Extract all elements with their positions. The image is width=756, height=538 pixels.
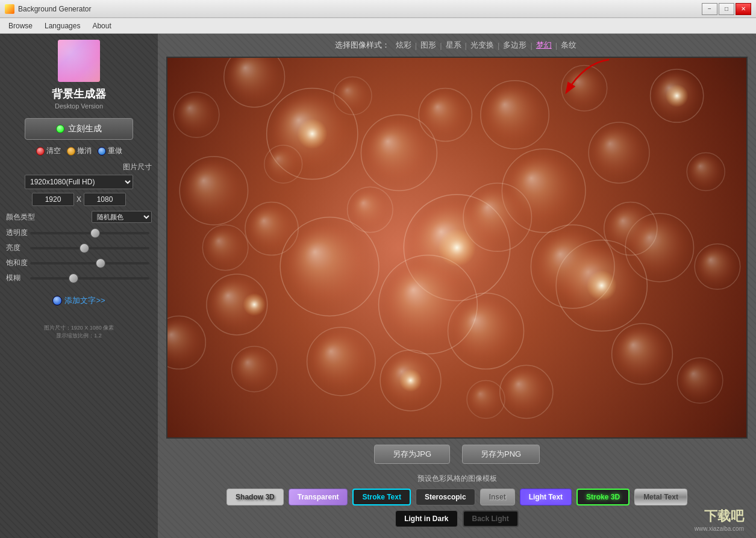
undo-icon [67,147,75,155]
templates-section: 预设色彩风格的图像模板 Shadow 3D Transparent Stroke… [166,470,748,532]
size-section-label: 图片尺寸 [6,162,152,172]
add-text-label: 添加文字>> [64,295,105,306]
generate-button[interactable]: 立刻生成 [25,118,133,140]
redo-icon [98,147,106,155]
close-button[interactable]: ✕ [736,3,751,15]
template-light-text[interactable]: Light Text [520,489,572,505]
app-logo-inner [58,40,100,82]
app-logo [58,40,100,82]
undo-label: 撤消 [77,146,92,156]
template-steroscopic[interactable]: Steroscopic [416,489,475,505]
menu-bar: Browse Languages About [0,18,756,34]
menu-about[interactable]: About [86,19,117,33]
menu-browse[interactable]: Browse [2,19,39,33]
save-png-button[interactable]: 另存为PNG [462,445,540,464]
height-input[interactable] [84,193,126,206]
brightness-slider[interactable] [30,247,149,249]
add-text-button[interactable]: 添加文字>> [52,295,105,306]
transparency-row: 透明度 [6,228,152,238]
main-layout: 背景生成器 Desktop Version 立刻生成 清空 撤消 重做 图片尺寸… [0,34,756,538]
templates-row-2: Light in Dark Back Light [166,510,748,527]
save-jpg-button[interactable]: 另存为JPG [374,445,450,464]
templates-label: 预设色彩风格的图像模板 [166,474,748,484]
main-content: 选择图像样式： 炫彩 | 图形 | 星系 | 光变换 | 多边形 | 梦幻 | … [158,34,756,538]
template-stroke3d[interactable]: Stroke 3D [576,489,629,505]
maximize-button[interactable]: □ [719,3,734,15]
template-backlight[interactable]: Back Light [463,510,519,527]
redo-action[interactable]: 重做 [98,146,122,156]
saturation-slider[interactable] [30,262,149,264]
title-bar: Background Generator − □ ✕ [0,0,756,18]
style-option-guangbianhuan[interactable]: 光变换 [468,40,496,51]
blur-label: 模糊 [6,273,28,283]
size-preset-select[interactable]: 1920x1080(Full HD) 1280x720(HD) 3840x216… [25,175,133,189]
color-type-label: 颜色类型 [6,212,35,222]
blur-row: 模糊 [6,273,152,283]
brightness-label: 亮度 [6,243,28,253]
menu-languages[interactable]: Languages [39,19,86,33]
sidebar-footer: 图片尺寸：1920 X 1080 像素 显示缩放比例：1.2 [44,324,114,339]
template-light-in-dark[interactable]: Light in Dark [395,510,457,527]
sidebar: 背景生成器 Desktop Version 立刻生成 清空 撤消 重做 图片尺寸… [0,34,158,538]
style-option-xuancai[interactable]: 炫彩 [393,40,414,51]
undo-action[interactable]: 撤消 [67,146,92,156]
x-separator: X [77,195,81,204]
save-buttons: 另存为JPG 另存为PNG [166,445,748,464]
window-title: Background Generator [18,5,702,13]
window-controls: − □ ✕ [702,3,751,15]
app-title: 背景生成器 [52,87,106,101]
app-subtitle: Desktop Version [55,102,103,110]
template-metal[interactable]: Metal Text [634,489,687,505]
style-selector-label: 选择图像样式： [335,40,390,51]
template-stroke[interactable]: Stroke Text [352,489,410,505]
footer-size: 图片尺寸：1920 X 1080 像素 [44,324,114,332]
generate-icon [56,125,64,133]
transparency-slider[interactable] [30,232,149,234]
preview-canvas [167,58,746,437]
clear-action[interactable]: 清空 [36,146,61,156]
app-icon [5,4,14,14]
action-row: 清空 撤消 重做 [36,146,122,156]
brightness-row: 亮度 [6,243,152,253]
transparency-label: 透明度 [6,228,28,238]
style-option-tiaowen[interactable]: 条纹 [558,40,579,51]
footer-scale: 显示缩放比例：1.2 [44,332,114,340]
style-option-duobianxing[interactable]: 多边形 [501,40,529,51]
saturation-label: 饱和度 [6,258,28,268]
generate-label: 立刻生成 [68,124,102,134]
watermark-main: 下载吧 [695,507,744,525]
template-shadow3d[interactable]: Shadow 3D [226,489,284,505]
redo-label: 重做 [108,146,122,156]
color-type-select[interactable]: 随机颜色 单色 渐变色 [92,211,152,223]
preview-area [166,57,748,439]
minimize-button[interactable]: − [702,3,717,15]
clear-icon [36,147,45,155]
size-inputs: X [32,193,126,206]
blur-slider[interactable] [30,277,149,280]
templates-row-1: Shadow 3D Transparent Stroke Text Steros… [166,489,748,505]
watermark: 下载吧 www.xiazaiba.com [695,507,744,532]
style-option-xingxi[interactable]: 星系 [443,40,464,51]
watermark-sub: www.xiazaiba.com [695,525,744,532]
clear-label: 清空 [46,146,61,156]
style-option-menghuan[interactable]: 梦幻 [534,40,554,51]
width-input[interactable] [32,193,74,206]
template-transparent[interactable]: Transparent [289,489,348,505]
saturation-row: 饱和度 [6,258,152,268]
style-selector: 选择图像样式： 炫彩 | 图形 | 星系 | 光变换 | 多边形 | 梦幻 | … [166,40,748,51]
add-text-icon [52,296,62,305]
template-inset[interactable]: Inset [480,489,515,505]
color-type-row: 颜色类型 随机颜色 单色 渐变色 [6,211,152,223]
style-option-tuxing[interactable]: 图形 [418,40,439,51]
